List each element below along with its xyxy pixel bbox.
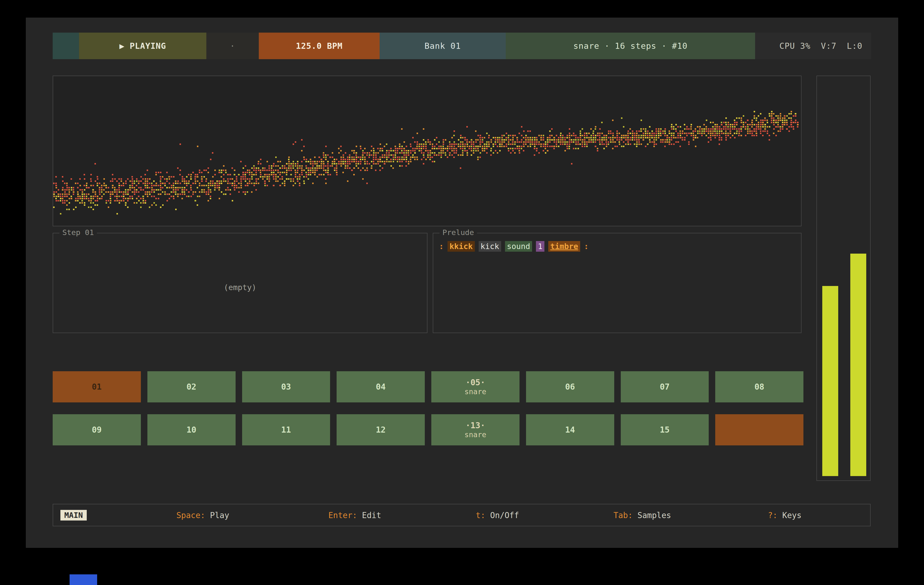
prelude-token: : bbox=[439, 241, 444, 252]
step-03-button[interactable]: 03 bbox=[242, 371, 330, 402]
prelude-token: kick bbox=[478, 241, 501, 252]
step-panel-title: Step 01 bbox=[59, 228, 97, 237]
shortcut-action: Keys bbox=[777, 510, 802, 520]
step-grid: 01020304·05·snare06070809101112·13·snare… bbox=[53, 371, 804, 445]
step-01-button[interactable]: 01 bbox=[53, 371, 141, 402]
transport-status-label: ▶ PLAYING bbox=[119, 41, 166, 51]
transport-status[interactable]: ▶ PLAYING bbox=[79, 33, 206, 59]
shortcut-4: Tab: Samples bbox=[614, 510, 671, 520]
step-label: 12 bbox=[376, 425, 386, 435]
bpm-display[interactable]: 125.0 BPM bbox=[259, 33, 380, 59]
system-stats: CPU 3% V:7 L:0 bbox=[755, 33, 871, 59]
prelude-token: timbre bbox=[548, 241, 580, 252]
step-sub-label: snare bbox=[464, 387, 486, 396]
step-label: 01 bbox=[92, 382, 102, 392]
step-12-button[interactable]: 12 bbox=[337, 414, 425, 445]
shortcut-action: Samples bbox=[633, 510, 671, 520]
step-label: 14 bbox=[565, 425, 575, 435]
shortcut-action: Play bbox=[205, 510, 229, 520]
step-08-button[interactable]: 08 bbox=[715, 371, 804, 402]
step-label: 07 bbox=[660, 382, 670, 392]
shortcut-action: Edit bbox=[357, 510, 381, 520]
step-label: 11 bbox=[281, 425, 291, 435]
step-15-button[interactable]: 15 bbox=[621, 414, 709, 445]
step-11-button[interactable]: 11 bbox=[242, 414, 330, 445]
bank-display[interactable]: Bank 01 bbox=[380, 33, 506, 59]
track-info-label: snare · 16 steps · #10 bbox=[573, 41, 688, 51]
prelude-panel: Prelude :kkickkicksound1timbre: bbox=[433, 233, 802, 333]
app-window: ▶ PLAYING · 125.0 BPM Bank 01 snare · 16… bbox=[26, 18, 898, 548]
prelude-token: kkick bbox=[447, 241, 475, 252]
step-06-button[interactable]: 06 bbox=[526, 371, 614, 402]
step-label: 15 bbox=[660, 425, 670, 435]
scatter-canvas bbox=[53, 76, 801, 226]
shortcut-key: ?: bbox=[768, 510, 777, 520]
step-label: 04 bbox=[376, 382, 386, 392]
shortcut-5: ?: Keys bbox=[768, 510, 802, 520]
step-10-button[interactable]: 10 bbox=[147, 414, 236, 445]
step-label: ·13· bbox=[465, 420, 485, 430]
shortcut-1: Space: Play bbox=[177, 510, 229, 520]
step-09-button[interactable]: 09 bbox=[53, 414, 141, 445]
bank-value: Bank 01 bbox=[424, 41, 461, 51]
system-stats-label: CPU 3% V:7 L:0 bbox=[779, 41, 862, 51]
shortcut-2: Enter: Edit bbox=[328, 510, 381, 520]
prelude-panel-title: Prelude bbox=[439, 228, 477, 237]
mode-badge: MAIN bbox=[60, 510, 87, 521]
top-bar: ▶ PLAYING · 125.0 BPM Bank 01 snare · 16… bbox=[53, 33, 871, 59]
step-04-button[interactable]: 04 bbox=[337, 371, 425, 402]
step-13-button[interactable]: ·13·snare bbox=[431, 414, 520, 445]
level-meters bbox=[817, 76, 871, 481]
topbar-separator: · bbox=[206, 33, 259, 59]
step-02-button[interactable]: 02 bbox=[147, 371, 236, 402]
track-info: snare · 16 steps · #10 bbox=[506, 33, 755, 59]
step-empty-label: (empty) bbox=[53, 283, 427, 292]
step-label: 10 bbox=[186, 425, 196, 435]
shortcut-3: t: On/Off bbox=[476, 510, 519, 520]
status-bar: MAIN Space: PlayEnter: Editt: On/OffTab:… bbox=[53, 504, 871, 526]
step-label: 08 bbox=[754, 382, 764, 392]
shortcut-key: t: bbox=[476, 510, 485, 520]
prelude-token: : bbox=[584, 241, 589, 252]
meter-bar-right bbox=[850, 254, 866, 476]
shortcut-key: Tab: bbox=[614, 510, 633, 520]
step-label: ·05· bbox=[465, 377, 485, 387]
shortcut-key: Space: bbox=[177, 510, 205, 520]
step-sub-label: snare bbox=[464, 430, 486, 439]
step-label: 06 bbox=[565, 382, 575, 392]
step-14-button[interactable]: 14 bbox=[526, 414, 614, 445]
shortcut-action: On/Off bbox=[485, 510, 519, 520]
step-label: 02 bbox=[186, 382, 196, 392]
prelude-token: 1 bbox=[536, 241, 544, 252]
separator-dot: · bbox=[230, 41, 235, 51]
status-led-segment bbox=[53, 33, 79, 59]
step-label: 03 bbox=[281, 382, 291, 392]
step-16-button[interactable] bbox=[715, 414, 804, 445]
bpm-value: 125.0 BPM bbox=[296, 41, 342, 51]
meter-bar-left bbox=[822, 286, 838, 476]
waveform-scatter-panel bbox=[53, 76, 802, 226]
prelude-code[interactable]: :kkickkicksound1timbre: bbox=[439, 241, 592, 252]
shortcut-key: Enter: bbox=[328, 510, 357, 520]
prelude-token: sound bbox=[505, 241, 532, 252]
step-05-button[interactable]: ·05·snare bbox=[431, 371, 520, 402]
step-detail-panel: Step 01 (empty) bbox=[53, 233, 427, 333]
step-07-button[interactable]: 07 bbox=[621, 371, 709, 402]
dock-item-blue[interactable] bbox=[69, 574, 97, 585]
step-label: 09 bbox=[92, 425, 102, 435]
